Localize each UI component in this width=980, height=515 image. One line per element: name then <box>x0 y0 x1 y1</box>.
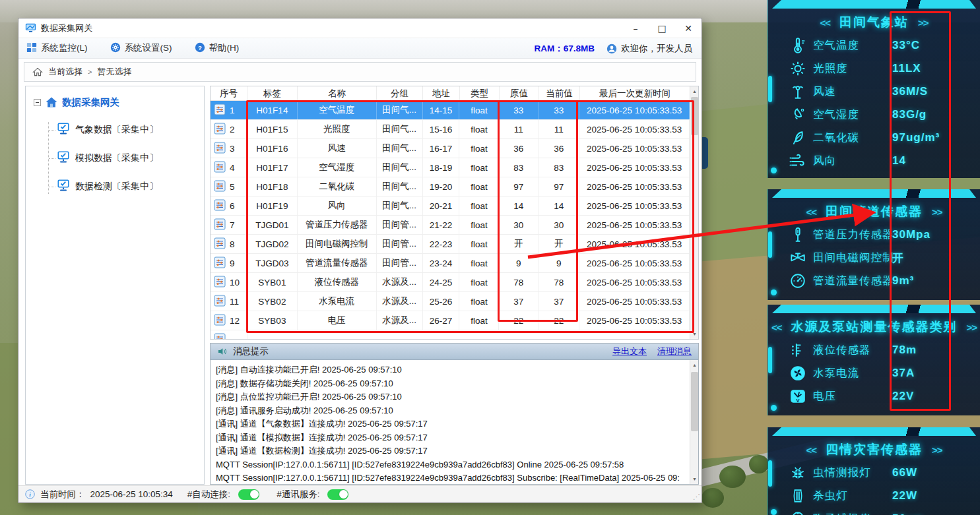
table-row-4[interactable]: 4H01F17空气湿度田间气...18-19float83832025-06-2… <box>211 158 690 177</box>
message-scrollbar-thumb[interactable] <box>691 372 698 431</box>
voltmeter-icon: V <box>789 388 806 405</box>
column-header-3[interactable]: 分组 <box>377 86 423 100</box>
table-scrollbar-thumb[interactable] <box>691 97 698 135</box>
section-prev-icon[interactable]: << <box>806 444 816 456</box>
resize-grip[interactable]: ⋰ <box>693 493 700 501</box>
section-decor-band <box>772 0 976 9</box>
column-header-4[interactable]: 地址 <box>423 86 460 100</box>
column-header-5[interactable]: 类型 <box>460 86 500 100</box>
cell-5-2: 二氧化碳 <box>298 177 377 196</box>
scene-tree <box>749 455 769 473</box>
section-title: 四情灾害传感器 <box>826 441 923 458</box>
message-scrollbar[interactable]: ▲ ▼ <box>690 360 698 484</box>
section-next-icon[interactable]: >> <box>932 206 942 218</box>
section-prev-icon[interactable]: << <box>820 17 830 28</box>
column-header-2[interactable]: 名称 <box>298 86 377 100</box>
export-text-link[interactable]: 导出文本 <box>612 346 647 357</box>
close-button[interactable]: ✕ <box>675 18 702 38</box>
monitor-check-icon <box>57 122 70 137</box>
comm-service-toggle[interactable] <box>327 489 348 500</box>
log-line-5: [通讯] 通道【模拟数据】连接成功! 2025-06-25 09:57:17 <box>216 431 684 445</box>
sensor-value: 22W <box>892 489 917 502</box>
table-row-11[interactable]: 11SYB02水泵电流水源及...25-26float37372025-06-2… <box>211 292 690 311</box>
auto-connect-toggle[interactable] <box>238 489 259 500</box>
column-header-8[interactable]: 最后一次更新时间 <box>580 86 690 100</box>
sensor-row: 光照度11LX <box>768 57 980 80</box>
section-prev-icon[interactable]: << <box>771 322 782 333</box>
cell-12-8: 2025-06-25 10:05:33.53 <box>579 311 690 330</box>
table-row-5[interactable]: 5H01F18二氧化碳田间气...19-20float97972025-06-2… <box>211 177 690 197</box>
home-icon[interactable] <box>32 67 43 77</box>
menu-item-label: 帮助(H) <box>209 42 240 54</box>
window-side-tab[interactable] <box>702 137 708 169</box>
table-row-12[interactable]: 12SYB03电压水源及...26-27float22222025-06-25 … <box>211 311 690 330</box>
tree-item-1[interactable]: 模拟数据〔采集中〕 <box>49 150 204 166</box>
table-scrollbar[interactable]: ▲ ▼ <box>690 86 698 339</box>
cell-3-4: 16-17 <box>423 139 460 158</box>
cell-7-7: 30 <box>539 216 579 234</box>
section-decor-band <box>772 305 976 313</box>
cell-2-0: 2 <box>211 120 247 138</box>
table-row-1[interactable]: 1H01F14空气温度田间气...14-15float33332025-06-2… <box>211 101 690 120</box>
pressure-sensor-icon <box>789 226 806 243</box>
tree-root-label: 数据采集网关 <box>62 96 119 109</box>
cell-5-7: 97 <box>539 177 579 196</box>
section-title: 田间气象站 <box>839 14 909 31</box>
table-row-8[interactable]: 8TJGD02田间电磁阀控制田间管...22-23float开开2025-06-… <box>211 235 690 254</box>
sensor-label: 管道压力传感器 <box>813 227 894 242</box>
menu-item-0[interactable]: 系统监控(L) <box>26 42 88 55</box>
cell-4-8: 2025-06-25 10:05:33.53 <box>579 158 690 177</box>
maximize-button[interactable]: □ <box>649 18 675 38</box>
table-row-3[interactable]: 3H01F16风速田间气...16-17float36362025-06-25 … <box>211 139 690 158</box>
cell-6-7: 14 <box>539 197 579 215</box>
sensor-label: 空气温度 <box>813 38 859 53</box>
table-row-partial[interactable] <box>211 330 690 339</box>
column-header-6[interactable]: 原值 <box>500 86 539 100</box>
section-decor-band <box>772 427 976 436</box>
scroll-up-icon[interactable]: ▲ <box>690 360 699 370</box>
tree-collapse-icon[interactable] <box>34 99 41 106</box>
section-next-icon[interactable]: >> <box>932 444 942 456</box>
table-row-7[interactable]: 7TJGD01管道压力传感器田间管...21-22float30302025-0… <box>211 216 690 235</box>
sensor-label: 孢子捕捉仪 <box>813 512 871 515</box>
sensor-row: 管道流量传感器9m³ <box>768 269 980 292</box>
cell-12-0: 12 <box>211 311 247 330</box>
cell-10-6: 78 <box>499 273 539 291</box>
device-tree-panel: 数据采集网关 气象数据〔采集中〕模拟数据〔采集中〕数据检测〔采集中〕 <box>25 86 205 485</box>
section-next-icon[interactable]: >> <box>918 17 929 28</box>
menu-item-2[interactable]: ?帮助(H) <box>195 42 240 55</box>
scroll-down-icon[interactable]: ▼ <box>690 329 699 339</box>
column-header-0[interactable]: 序号 <box>211 86 247 100</box>
sensor-label: 杀虫灯 <box>813 489 848 503</box>
menu-item-1[interactable]: 系统设置(S) <box>110 42 172 55</box>
cell-6-5: float <box>459 197 499 215</box>
table-row-10[interactable]: 10SYB01液位传感器水源及...24-25float78782025-06-… <box>211 273 690 292</box>
sensor-value: 22V <box>892 390 914 403</box>
column-header-1[interactable]: 标签 <box>247 86 298 100</box>
cell-12-1: SYB03 <box>247 311 298 330</box>
section-prev-icon[interactable]: << <box>806 206 816 218</box>
cell-1-5: float <box>459 101 499 119</box>
breadcrumb: 当前选择 > 暂无选择 <box>24 62 696 82</box>
log-line-7: MQTT Session[IP:127.0.0.1:56711] [ID:527… <box>216 458 684 472</box>
table-row-6[interactable]: 6H01F19风向田间气...20-21float14142025-06-25 … <box>211 197 690 216</box>
title-bar[interactable]: 数据采集网关 – □ ✕ <box>18 18 702 38</box>
cell-7-6: 30 <box>499 216 539 234</box>
table-row-2[interactable]: 2H01F15光照度田间气...15-16float11112025-06-25… <box>211 120 690 139</box>
sensor-value: 30Mpa <box>892 228 931 241</box>
cell-1-2: 空气温度 <box>298 101 377 119</box>
comm-service-label: #通讯服务: <box>277 489 319 500</box>
column-header-7[interactable]: 当前值 <box>539 86 580 100</box>
minimize-button[interactable]: – <box>622 18 649 38</box>
tree-root-node[interactable]: 数据采集网关 <box>34 96 204 109</box>
cell-11-3: 水源及... <box>377 292 423 311</box>
clear-messages-link[interactable]: 清理消息 <box>657 346 692 357</box>
tree-item-2[interactable]: 数据检测〔采集中〕 <box>49 179 204 194</box>
tree-item-0[interactable]: 气象数据〔采集中〕 <box>49 122 204 137</box>
scroll-up-icon[interactable]: ▲ <box>690 86 699 96</box>
table-row-9[interactable]: 9TJGD03管道流量传感器田间管...23-24float992025-06-… <box>211 254 690 273</box>
sensor-label: 风向 <box>813 154 836 168</box>
cell-11-8: 2025-06-25 10:05:33.53 <box>579 292 690 311</box>
section-next-icon[interactable]: >> <box>967 322 977 333</box>
scroll-down-icon[interactable]: ▼ <box>690 474 699 484</box>
